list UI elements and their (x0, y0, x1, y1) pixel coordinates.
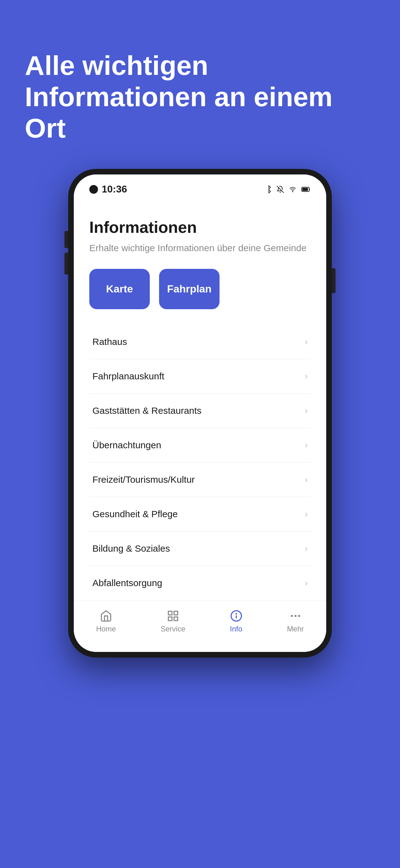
svg-rect-4 (168, 611, 172, 615)
svg-point-13 (298, 615, 300, 617)
svg-rect-7 (174, 617, 178, 621)
phone-mockup: 10:36 (68, 169, 332, 657)
chevron-right-icon: › (305, 440, 308, 450)
svg-line-0 (277, 186, 284, 193)
nav-home[interactable]: Home (90, 607, 122, 637)
list-item[interactable]: Gaststätten & Restaurants › (89, 394, 311, 428)
chevron-right-icon: › (305, 475, 308, 485)
bottom-nav: Home Service (74, 600, 326, 652)
battery-icon (301, 187, 311, 192)
list-item[interactable]: Rathaus › (89, 325, 311, 359)
home-icon (100, 610, 112, 622)
app-subtitle: Erhalte wichtige Informationen über dein… (89, 243, 311, 253)
nav-service-label: Service (161, 625, 186, 633)
app-title: Informationen (89, 218, 311, 237)
svg-point-1 (292, 191, 293, 192)
phone-screen: 10:36 (74, 175, 326, 652)
svg-point-11 (291, 615, 293, 617)
hero-section: Alle wichtigen Informationen an einem Or… (0, 0, 400, 163)
nav-mehr-label: Mehr (287, 625, 304, 633)
bluetooth-icon (265, 185, 272, 194)
vol-down-button (65, 253, 68, 270)
nav-home-label: Home (96, 625, 116, 633)
chevron-right-icon: › (305, 371, 308, 381)
nav-mehr[interactable]: Mehr (280, 607, 310, 637)
chevron-right-icon: › (305, 406, 308, 416)
dots-icon (289, 610, 302, 622)
chevron-right-icon: › (305, 509, 308, 519)
quick-actions: Karte Fahrplan (89, 269, 311, 309)
app-content: Informationen Erhalte wichtige Informati… (74, 199, 326, 600)
svg-rect-6 (168, 617, 172, 621)
wifi-icon (288, 186, 297, 193)
nav-info[interactable]: Info (224, 607, 249, 637)
status-time: 10:36 (89, 183, 127, 195)
info-circle-icon (230, 610, 242, 622)
svg-rect-3 (302, 188, 308, 191)
info-list: Rathaus › Fahrplanauskunft › Gaststätten… (89, 325, 311, 600)
svg-point-12 (294, 615, 296, 617)
list-item[interactable]: Fahrplanauskunft › (89, 359, 311, 394)
grid-icon (167, 610, 179, 622)
hero-title: Alle wichtigen Informationen an einem Or… (25, 50, 375, 144)
phone-shell: 10:36 (68, 169, 332, 657)
chevron-right-icon: › (305, 578, 308, 588)
camera-dot (89, 185, 98, 194)
karte-button[interactable]: Karte (89, 269, 150, 309)
nav-info-label: Info (230, 625, 242, 633)
list-item[interactable]: Bildung & Soziales › (89, 531, 311, 566)
list-item[interactable]: Übernachtungen › (89, 428, 311, 463)
list-item[interactable]: Freizeit/Tourismus/Kultur › (89, 463, 311, 497)
nav-service[interactable]: Service (155, 607, 192, 637)
status-bar: 10:36 (74, 175, 326, 199)
bell-off-icon (276, 185, 284, 193)
status-icons (265, 185, 311, 194)
list-item[interactable]: Abfallentsorgung › (89, 566, 311, 600)
list-item[interactable]: Gesundheit & Pflege › (89, 497, 311, 531)
chevron-right-icon: › (305, 544, 308, 554)
svg-rect-5 (174, 611, 178, 615)
chevron-right-icon: › (305, 337, 308, 347)
vol-up-button (65, 231, 68, 248)
fahrplan-button[interactable]: Fahrplan (159, 269, 220, 309)
